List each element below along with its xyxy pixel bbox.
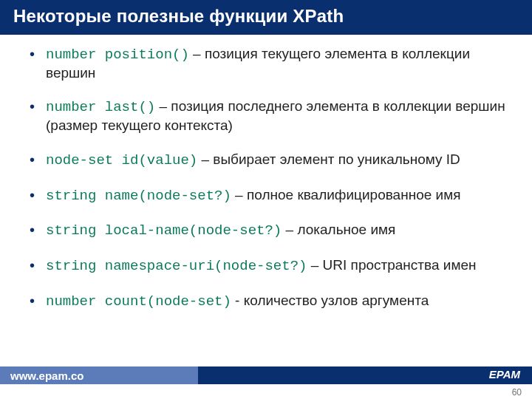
list-item: string name(node-set?) – полное квалифиц… [30, 186, 511, 205]
code-snippet: string name(node-set?) [46, 188, 231, 204]
footer-bar: www.epam.co EPAM [0, 366, 532, 384]
separator: – [155, 98, 171, 114]
bullet-list: number position() – позиция текущего эле… [30, 45, 511, 311]
slide-title: Некоторые полезные функции XPath [0, 0, 532, 35]
content-area: number position() – позиция текущего эле… [0, 35, 532, 333]
footer-url: www.epam.co [0, 366, 198, 384]
separator: – [282, 222, 297, 237]
separator: – [189, 46, 205, 61]
list-item: number count(node-set) - количество узло… [30, 292, 511, 311]
code-snippet: node-set id(value) [46, 152, 197, 168]
code-snippet: number count(node-set) [46, 293, 231, 310]
footer-brand-area: EPAM [198, 366, 532, 384]
list-item: node-set id(value) – выбирает элемент по… [30, 151, 511, 170]
description: полное квалифицированное имя [247, 187, 461, 202]
code-snippet: string local-name(node-set?) [46, 222, 282, 239]
separator: – [231, 187, 247, 202]
list-item: number last() – позиция последнего элеме… [30, 98, 511, 134]
description: количество узлов аргумента [244, 293, 429, 308]
description: URI пространства имен [323, 257, 477, 273]
description: локальное имя [297, 222, 395, 237]
list-item: number position() – позиция текущего эле… [30, 45, 511, 82]
separator: - [231, 293, 244, 308]
footer-brand: EPAM [489, 368, 520, 381]
page-number: 60 [512, 387, 522, 398]
slide: Некоторые полезные функции XPath number … [0, 0, 532, 399]
separator: – [307, 257, 322, 273]
code-snippet: number last() [46, 99, 155, 115]
list-item: string local-name(node-set?) – локальное… [30, 221, 511, 240]
code-snippet: number position() [46, 47, 189, 63]
code-snippet: string namespace-uri(node-set?) [46, 258, 307, 274]
separator: – [197, 151, 213, 167]
description: выбирает элемент по уникальному ID [213, 151, 460, 167]
list-item: string namespace-uri(node-set?) – URI пр… [30, 256, 511, 276]
